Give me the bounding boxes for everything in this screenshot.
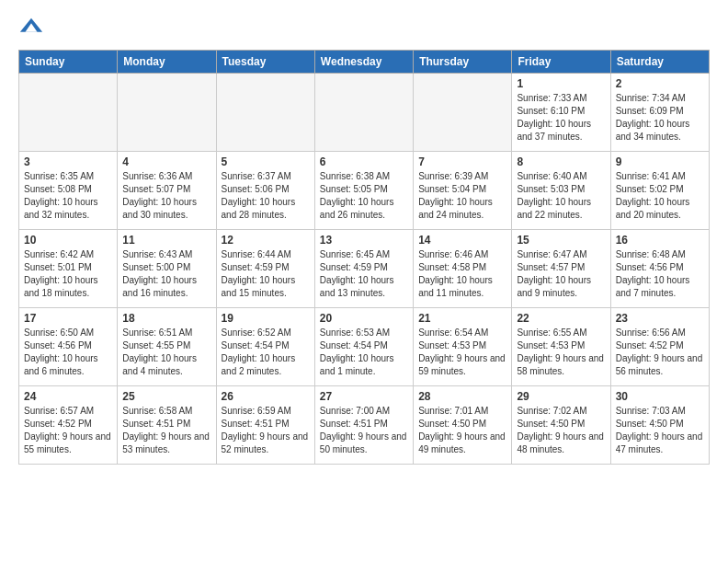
calendar-cell: 9Sunrise: 6:41 AM Sunset: 5:02 PM Daylig…	[610, 152, 709, 230]
calendar-cell: 11Sunrise: 6:43 AM Sunset: 5:00 PM Dayli…	[118, 230, 216, 308]
day-info: Sunrise: 6:41 AM Sunset: 5:02 PM Dayligh…	[616, 170, 704, 222]
calendar-cell: 15Sunrise: 6:47 AM Sunset: 4:57 PM Dayli…	[512, 230, 610, 308]
day-number: 15	[517, 234, 605, 247]
day-number: 21	[418, 312, 506, 325]
logo	[18, 15, 48, 40]
calendar-cell: 6Sunrise: 6:38 AM Sunset: 5:05 PM Daylig…	[314, 152, 413, 230]
day-info: Sunrise: 6:55 AM Sunset: 4:53 PM Dayligh…	[517, 327, 605, 378]
day-info: Sunrise: 6:52 AM Sunset: 4:54 PM Dayligh…	[222, 327, 310, 378]
day-number: 12	[222, 234, 310, 247]
day-number: 9	[616, 155, 704, 168]
calendar-cell: 8Sunrise: 6:40 AM Sunset: 5:03 PM Daylig…	[512, 152, 610, 230]
calendar-cell: 13Sunrise: 6:45 AM Sunset: 4:59 PM Dayli…	[314, 230, 413, 308]
calendar-page: SundayMondayTuesdayWednesdayThursdayFrid…	[0, 0, 728, 479]
weekday-header-monday: Monday	[118, 51, 216, 74]
day-info: Sunrise: 7:33 AM Sunset: 6:10 PM Dayligh…	[517, 92, 605, 144]
calendar-cell: 10Sunrise: 6:42 AM Sunset: 5:01 PM Dayli…	[19, 230, 118, 308]
calendar-cell: 5Sunrise: 6:37 AM Sunset: 5:06 PM Daylig…	[216, 152, 314, 230]
calendar-cell: 25Sunrise: 6:58 AM Sunset: 4:51 PM Dayli…	[118, 386, 216, 465]
calendar-cell: 1Sunrise: 7:33 AM Sunset: 6:10 PM Daylig…	[512, 74, 610, 152]
calendar-cell	[216, 74, 314, 152]
day-number: 3	[24, 155, 112, 168]
day-number: 11	[122, 234, 210, 247]
day-info: Sunrise: 7:01 AM Sunset: 4:50 PM Dayligh…	[418, 405, 506, 456]
day-number: 23	[616, 312, 704, 325]
calendar-cell: 29Sunrise: 7:02 AM Sunset: 4:50 PM Dayli…	[512, 386, 610, 465]
day-info: Sunrise: 6:45 AM Sunset: 4:59 PM Dayligh…	[320, 248, 408, 300]
day-number: 14	[418, 234, 506, 247]
weekday-header-wednesday: Wednesday	[314, 51, 413, 74]
day-number: 30	[616, 390, 704, 403]
weekday-header-row: SundayMondayTuesdayWednesdayThursdayFrid…	[19, 51, 710, 74]
day-number: 19	[222, 312, 310, 325]
calendar-cell: 23Sunrise: 6:56 AM Sunset: 4:52 PM Dayli…	[610, 308, 709, 386]
calendar-cell: 14Sunrise: 6:46 AM Sunset: 4:58 PM Dayli…	[414, 230, 512, 308]
calendar-cell: 24Sunrise: 6:57 AM Sunset: 4:52 PM Dayli…	[19, 386, 118, 465]
day-number: 4	[122, 155, 210, 168]
day-number: 18	[122, 312, 210, 325]
day-info: Sunrise: 6:42 AM Sunset: 5:01 PM Dayligh…	[24, 248, 112, 300]
week-row-3: 10Sunrise: 6:42 AM Sunset: 5:01 PM Dayli…	[19, 230, 710, 308]
day-info: Sunrise: 6:59 AM Sunset: 4:51 PM Dayligh…	[222, 405, 310, 456]
day-number: 29	[517, 390, 605, 403]
week-row-4: 17Sunrise: 6:50 AM Sunset: 4:56 PM Dayli…	[19, 308, 710, 386]
day-info: Sunrise: 6:35 AM Sunset: 5:08 PM Dayligh…	[24, 170, 112, 222]
day-number: 17	[24, 312, 112, 325]
day-number: 6	[320, 155, 408, 168]
calendar-cell: 20Sunrise: 6:53 AM Sunset: 4:54 PM Dayli…	[314, 308, 413, 386]
weekday-header-sunday: Sunday	[19, 51, 118, 74]
logo-icon	[18, 15, 44, 40]
calendar-cell: 7Sunrise: 6:39 AM Sunset: 5:04 PM Daylig…	[414, 152, 512, 230]
day-number: 1	[517, 77, 605, 90]
calendar-cell	[314, 74, 413, 152]
day-info: Sunrise: 6:57 AM Sunset: 4:52 PM Dayligh…	[24, 405, 112, 456]
day-number: 7	[418, 155, 506, 168]
week-row-2: 3Sunrise: 6:35 AM Sunset: 5:08 PM Daylig…	[19, 152, 710, 230]
day-number: 26	[222, 390, 310, 403]
calendar-cell: 3Sunrise: 6:35 AM Sunset: 5:08 PM Daylig…	[19, 152, 118, 230]
day-number: 24	[24, 390, 112, 403]
day-info: Sunrise: 7:00 AM Sunset: 4:51 PM Dayligh…	[320, 405, 408, 456]
day-info: Sunrise: 6:48 AM Sunset: 4:56 PM Dayligh…	[616, 248, 704, 300]
day-number: 2	[616, 77, 704, 90]
day-number: 16	[616, 234, 704, 247]
calendar-cell: 22Sunrise: 6:55 AM Sunset: 4:53 PM Dayli…	[512, 308, 610, 386]
day-info: Sunrise: 6:38 AM Sunset: 5:05 PM Dayligh…	[320, 170, 408, 222]
calendar-cell	[414, 74, 512, 152]
day-info: Sunrise: 6:56 AM Sunset: 4:52 PM Dayligh…	[616, 327, 704, 378]
day-info: Sunrise: 6:39 AM Sunset: 5:04 PM Dayligh…	[418, 170, 506, 222]
calendar-cell: 2Sunrise: 7:34 AM Sunset: 6:09 PM Daylig…	[610, 74, 709, 152]
day-info: Sunrise: 7:34 AM Sunset: 6:09 PM Dayligh…	[616, 92, 704, 144]
day-number: 8	[517, 155, 605, 168]
calendar-cell: 4Sunrise: 6:36 AM Sunset: 5:07 PM Daylig…	[118, 152, 216, 230]
calendar-cell: 19Sunrise: 6:52 AM Sunset: 4:54 PM Dayli…	[216, 308, 314, 386]
day-info: Sunrise: 6:58 AM Sunset: 4:51 PM Dayligh…	[122, 405, 210, 456]
calendar-cell: 21Sunrise: 6:54 AM Sunset: 4:53 PM Dayli…	[414, 308, 512, 386]
week-row-5: 24Sunrise: 6:57 AM Sunset: 4:52 PM Dayli…	[19, 386, 710, 465]
day-info: Sunrise: 6:46 AM Sunset: 4:58 PM Dayligh…	[418, 248, 506, 300]
day-number: 22	[517, 312, 605, 325]
day-number: 28	[418, 390, 506, 403]
calendar-cell	[19, 74, 118, 152]
weekday-header-saturday: Saturday	[610, 51, 709, 74]
day-info: Sunrise: 6:47 AM Sunset: 4:57 PM Dayligh…	[517, 248, 605, 300]
day-info: Sunrise: 7:03 AM Sunset: 4:50 PM Dayligh…	[616, 405, 704, 456]
header	[18, 15, 710, 40]
day-info: Sunrise: 6:43 AM Sunset: 5:00 PM Dayligh…	[122, 248, 210, 300]
calendar-cell: 17Sunrise: 6:50 AM Sunset: 4:56 PM Dayli…	[19, 308, 118, 386]
calendar-table: SundayMondayTuesdayWednesdayThursdayFrid…	[18, 50, 710, 465]
calendar-cell: 30Sunrise: 7:03 AM Sunset: 4:50 PM Dayli…	[610, 386, 709, 465]
weekday-header-tuesday: Tuesday	[216, 51, 314, 74]
day-number: 20	[320, 312, 408, 325]
day-info: Sunrise: 7:02 AM Sunset: 4:50 PM Dayligh…	[517, 405, 605, 456]
calendar-cell: 27Sunrise: 7:00 AM Sunset: 4:51 PM Dayli…	[314, 386, 413, 465]
day-info: Sunrise: 6:54 AM Sunset: 4:53 PM Dayligh…	[418, 327, 506, 378]
week-row-1: 1Sunrise: 7:33 AM Sunset: 6:10 PM Daylig…	[19, 74, 710, 152]
calendar-cell: 12Sunrise: 6:44 AM Sunset: 4:59 PM Dayli…	[216, 230, 314, 308]
weekday-header-thursday: Thursday	[414, 51, 512, 74]
calendar-cell: 16Sunrise: 6:48 AM Sunset: 4:56 PM Dayli…	[610, 230, 709, 308]
calendar-cell: 18Sunrise: 6:51 AM Sunset: 4:55 PM Dayli…	[118, 308, 216, 386]
day-info: Sunrise: 6:37 AM Sunset: 5:06 PM Dayligh…	[222, 170, 310, 222]
day-info: Sunrise: 6:51 AM Sunset: 4:55 PM Dayligh…	[122, 327, 210, 378]
day-info: Sunrise: 6:36 AM Sunset: 5:07 PM Dayligh…	[122, 170, 210, 222]
